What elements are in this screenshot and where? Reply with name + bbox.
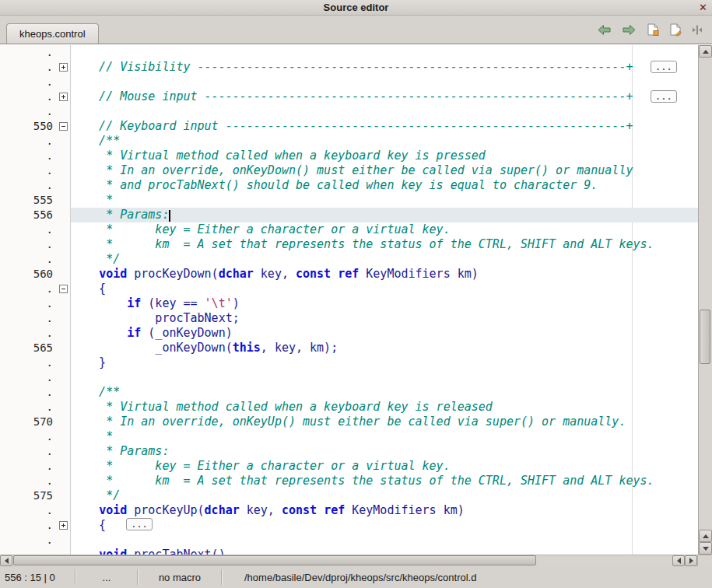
code-line[interactable]: . * Virtual method called when a keyboar…	[0, 400, 698, 415]
code-text: *	[71, 193, 698, 208]
code-line[interactable]: 575 */	[0, 488, 698, 503]
code-line[interactable]: . * Params:	[0, 444, 698, 459]
code-line[interactable]: .	[0, 75, 698, 89]
fold-toggle-icon[interactable]	[59, 63, 68, 72]
line-number: .	[0, 311, 58, 326]
line-number: .	[0, 163, 58, 178]
line-number: 556	[0, 208, 58, 222]
horizontal-scrollbar[interactable]	[0, 555, 712, 566]
code-line[interactable]: . * km = A set that represents the statu…	[0, 474, 698, 488]
code-line[interactable]: 555 *	[0, 193, 698, 208]
line-number: .	[0, 75, 58, 89]
line-number: .	[0, 355, 58, 370]
forward-arrow-icon[interactable]	[622, 23, 637, 36]
macro-status: no macro	[139, 566, 221, 588]
code-text: * key = Either a character or a virtual …	[71, 222, 698, 237]
collapsed-fold-badge[interactable]: ...	[651, 90, 677, 103]
close-icon[interactable]: ✕	[699, 0, 707, 15]
scroll-up-icon[interactable]	[699, 530, 712, 542]
code-line[interactable]: . void procTabNext()	[0, 548, 698, 555]
fold-column	[58, 548, 71, 555]
fold-column	[58, 444, 71, 459]
fold-toggle-icon[interactable]	[59, 285, 68, 293]
statusbar-ellipsis: ...	[76, 566, 137, 588]
code-line[interactable]: 565 _onKeyDown(this, key, km);	[0, 341, 698, 355]
fold-toggle-icon[interactable]	[59, 122, 68, 131]
code-line[interactable]: 560 void procKeyDown(dchar key, const re…	[0, 267, 698, 282]
code-text: void procKeyUp(dchar key, const ref KeyM…	[71, 503, 698, 518]
code-area[interactable]: .. // Visibility -----------------------…	[0, 45, 698, 555]
code-line[interactable]: .	[0, 104, 698, 119]
line-number: .	[0, 548, 58, 555]
code-line[interactable]: . {...	[0, 518, 698, 533]
code-text: * Virtual method called when a keyboard …	[71, 149, 698, 163]
fold-column	[58, 222, 71, 237]
code-text: /**	[71, 385, 698, 400]
code-line[interactable]: .	[0, 45, 698, 60]
code-line[interactable]: . if (_onKeyDown)	[0, 326, 698, 341]
fold-column	[58, 237, 71, 252]
code-text: {...	[71, 518, 698, 533]
code-line[interactable]: . *	[0, 429, 698, 444]
fold-column	[58, 267, 71, 282]
back-arrow-icon[interactable]	[597, 23, 612, 36]
line-number: .	[0, 45, 58, 60]
editor-toolbar	[597, 23, 703, 37]
code-line[interactable]: . * Virtual method called when a keyboar…	[0, 149, 698, 163]
code-line[interactable]: . // Visibility ------------------------…	[0, 60, 698, 75]
code-text: {	[71, 282, 698, 296]
scroll-up-icon[interactable]	[699, 45, 712, 58]
code-line[interactable]: 570 * In an override, onKeyUp() must eit…	[0, 415, 698, 429]
code-line[interactable]: . procTabNext;	[0, 311, 698, 326]
line-number: .	[0, 518, 58, 533]
code-editor[interactable]: .. // Visibility -----------------------…	[0, 44, 712, 555]
document-edit-icon[interactable]	[669, 23, 682, 37]
vertical-scrollbar-thumb[interactable]	[700, 310, 710, 364]
line-number: 570	[0, 415, 58, 429]
scroll-right-icon[interactable]	[685, 555, 697, 566]
code-line[interactable]: . // Mouse input -----------------------…	[0, 89, 698, 104]
code-line[interactable]: . * and procTabNext() should be called w…	[0, 178, 698, 193]
code-line[interactable]: . if (key == '\t')	[0, 296, 698, 311]
scroll-left-icon[interactable]	[0, 555, 12, 566]
document-modified-icon[interactable]	[647, 23, 659, 37]
code-line[interactable]: . * In an override, onKeyDown() must eit…	[0, 163, 698, 178]
horizontal-scrollbar-thumb[interactable]	[13, 555, 536, 565]
code-line[interactable]: . {	[0, 282, 698, 296]
code-line[interactable]: . void procKeyUp(dchar key, const ref Ke…	[0, 503, 698, 518]
code-line[interactable]: 550 // Keyboard input ------------------…	[0, 119, 698, 134]
vertical-scrollbar[interactable]	[698, 45, 712, 555]
fold-column	[58, 75, 71, 89]
code-line[interactable]: .	[0, 533, 698, 548]
code-line[interactable]: . /**	[0, 134, 698, 149]
scroll-down-icon[interactable]	[699, 542, 712, 555]
tab-kheops-control[interactable]: kheops.control	[6, 23, 99, 44]
split-view-icon[interactable]	[692, 24, 703, 35]
code-line[interactable]: . * key = Either a character or a virtua…	[0, 222, 698, 237]
code-line[interactable]: . }	[0, 355, 698, 370]
code-text: * and procTabNext() should be called whe…	[71, 178, 698, 193]
code-line[interactable]: 556 * Params:	[0, 208, 698, 222]
fold-toggle-icon[interactable]	[59, 521, 68, 530]
code-line[interactable]: .	[0, 370, 698, 385]
code-text: if (key == '\t')	[71, 296, 698, 311]
collapsed-fold-badge[interactable]: ...	[126, 518, 153, 530]
line-number: .	[0, 533, 58, 548]
fold-column	[58, 45, 71, 60]
code-line[interactable]: . */	[0, 252, 698, 267]
code-line[interactable]: . /**	[0, 385, 698, 400]
collapsed-fold-badge[interactable]: ...	[651, 61, 677, 73]
line-number: .	[0, 503, 58, 518]
fold-toggle-icon[interactable]	[59, 93, 68, 101]
code-line[interactable]: . * km = A set that represents the statu…	[0, 237, 698, 252]
fold-column	[58, 400, 71, 415]
code-line[interactable]: . * key = Either a character or a virtua…	[0, 459, 698, 474]
line-number: 555	[0, 193, 58, 208]
fold-column	[58, 282, 71, 296]
line-number: .	[0, 326, 58, 341]
code-text: void procTabNext()	[71, 548, 698, 555]
scroll-left-icon[interactable]	[672, 555, 685, 566]
line-number: 575	[0, 488, 58, 503]
text-caret	[169, 210, 170, 222]
horizontal-scrollbar-track[interactable]	[12, 555, 672, 566]
